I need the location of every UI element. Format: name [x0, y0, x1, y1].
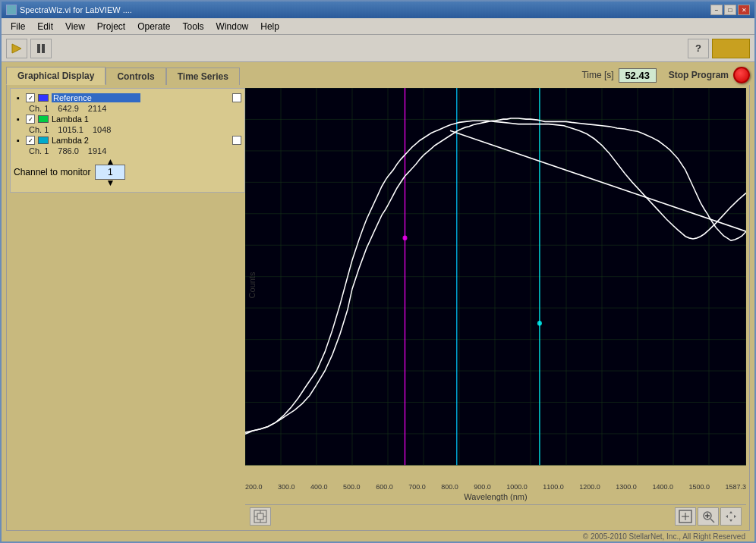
legend-ch-lambda1: Ch. 1 1015.1 1048 [14, 125, 241, 134]
pan-button[interactable] [720, 507, 742, 526]
menu-operate[interactable]: Operate [131, 20, 176, 33]
legend-item-lambda1: ▪ ✓ Lambda 1 [14, 113, 241, 125]
legend-item-lambda2: ▪ ✓ Lambda 2 [14, 134, 241, 146]
zoom-in-button[interactable] [698, 507, 719, 526]
svg-rect-1 [37, 44, 40, 53]
stop-program-section: Stop Program [669, 67, 750, 83]
app-icon [6, 5, 17, 15]
legend-val1-l2: 786.0 [58, 146, 79, 155]
legend-expand-lambda1[interactable]: ▪ [14, 115, 23, 124]
bottom-toolbar [245, 504, 746, 527]
help-button[interactable]: ? [688, 39, 709, 58]
tab-controls[interactable]: Controls [106, 67, 165, 85]
legend-val2-l1: 1048 [93, 125, 111, 134]
legend-check-lambda1[interactable]: ✓ [26, 115, 35, 124]
svg-marker-0 [12, 44, 21, 53]
spectra-icon[interactable] [712, 39, 750, 58]
legend-expand-reference[interactable]: ▪ [14, 93, 23, 102]
channel-monitor-label: Channel to monitor [14, 167, 90, 177]
stop-label: Stop Program [669, 70, 729, 80]
svg-point-35 [403, 236, 408, 240]
svg-point-36 [537, 321, 542, 325]
legend-panel: ▪ ✓ Reference Ch. 1 642.9 2114 ▪ ✓ Lamb [10, 88, 245, 193]
time-display: Time [s] 52.43 [581, 68, 656, 83]
legend-check-reference[interactable]: ✓ [26, 93, 35, 102]
legend-color-lambda1 [38, 115, 49, 123]
legend-visible-reference[interactable] [232, 93, 241, 102]
menu-view[interactable]: View [59, 20, 91, 33]
graph-container: 0 200 400 600 800 1000 1200 1400 1600 18… [245, 88, 746, 527]
tab-bar: Graphical Display Controls Time Series [6, 67, 240, 85]
run-arrow-button[interactable] [6, 39, 27, 58]
legend-ch-lambda2: Ch. 1 786.0 1914 [14, 146, 241, 155]
legend-chlabel-l2: Ch. 1 [29, 146, 49, 155]
menu-file[interactable]: File [5, 20, 31, 33]
window-controls: − □ ✕ [710, 5, 750, 15]
svg-line-60 [710, 519, 714, 523]
toolbar: ? [2, 35, 754, 62]
channel-monitor: Channel to monitor ▲ 1 ▼ [14, 155, 241, 189]
svg-rect-2 [42, 44, 45, 53]
menu-bar: File Edit View Project Operate Tools Win… [2, 18, 754, 35]
time-value: 52.43 [619, 68, 657, 83]
svg-rect-51 [257, 513, 263, 519]
maximize-button[interactable]: □ [724, 5, 736, 15]
channel-increment[interactable]: ▲ [106, 159, 115, 165]
graph-svg-area[interactable]: 0 200 400 600 800 1000 1200 1400 1600 18… [245, 88, 746, 482]
legend-val2-ref: 2114 [88, 104, 106, 113]
legend-visible-lambda2[interactable] [232, 136, 241, 145]
pause-button[interactable] [30, 39, 52, 58]
legend-name-reference[interactable]: Reference [52, 93, 140, 102]
tab-graphical-display[interactable]: Graphical Display [6, 67, 106, 85]
menu-tools[interactable]: Tools [177, 20, 210, 33]
x-axis-labels: 200.0 300.0 400.0 500.0 600.0 700.0 800.… [245, 482, 746, 491]
chart-area: ▪ ✓ Reference Ch. 1 642.9 2114 ▪ ✓ Lamb [6, 85, 750, 531]
x-axis-label: Wavelength (nm) [245, 492, 746, 501]
title-bar: SpectraWiz.vi for LabVIEW .... − □ ✕ [2, 2, 754, 18]
copyright-text: © 2005-2010 StellarNet, Inc., All Right … [6, 531, 750, 542]
legend-chlabel-ref: Ch. 1 [29, 104, 49, 113]
legend-val2-l2: 1914 [88, 146, 106, 155]
legend-check-lambda2[interactable]: ✓ [26, 136, 35, 145]
menu-project[interactable]: Project [91, 20, 131, 33]
legend-name-lambda1[interactable]: Lambda 1 [52, 115, 145, 124]
y-axis-label: Counts [247, 272, 257, 298]
menu-window[interactable]: Window [210, 20, 255, 33]
legend-item-reference: ▪ ✓ Reference [14, 92, 241, 104]
crosshair-button[interactable] [250, 507, 271, 526]
legend-val1-ref: 642.9 [58, 104, 79, 113]
time-label: Time [s] [581, 70, 613, 80]
menu-help[interactable]: Help [254, 20, 285, 33]
zoom-fit-button[interactable] [675, 507, 696, 526]
minimize-button[interactable]: − [710, 5, 723, 15]
legend-chlabel-l1: Ch. 1 [29, 125, 49, 134]
legend-name-lambda2[interactable]: Lambda 2 [52, 136, 139, 145]
tab-time-series[interactable]: Time Series [166, 67, 240, 85]
legend-val1-l1: 1015.1 [58, 125, 83, 134]
legend-expand-lambda2[interactable]: ▪ [14, 136, 23, 145]
menu-edit[interactable]: Edit [31, 20, 59, 33]
window-title: SpectraWiz.vi for LabVIEW .... [20, 5, 132, 14]
close-button[interactable]: ✕ [738, 5, 750, 15]
legend-color-reference [38, 94, 49, 102]
legend-ch-reference: Ch. 1 642.9 2114 [14, 104, 241, 113]
main-content: Graphical Display Controls Time Series T… [2, 62, 754, 543]
channel-decrement[interactable]: ▼ [106, 180, 115, 186]
stop-button[interactable] [733, 67, 750, 83]
legend-color-lambda2 [38, 137, 49, 144]
